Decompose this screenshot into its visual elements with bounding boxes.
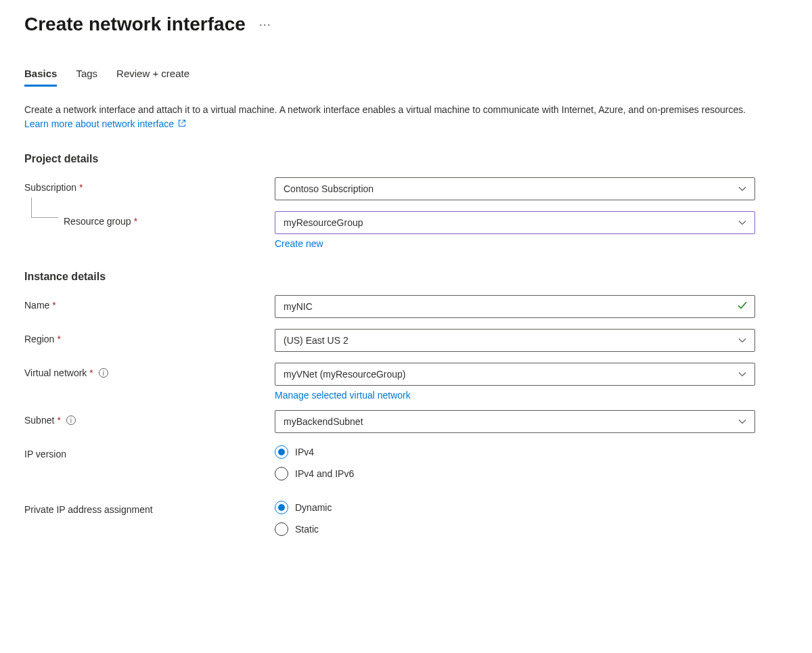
region-value: (US) East US 2 xyxy=(284,335,348,346)
required-marker: * xyxy=(79,182,83,193)
radio-label: IPv4 and IPv6 xyxy=(295,468,354,479)
more-icon[interactable]: ··· xyxy=(259,18,271,32)
subscription-label: Subscription * xyxy=(24,177,275,193)
private-ip-static-option[interactable]: Static xyxy=(275,522,755,536)
resource-group-label: Resource group * xyxy=(24,211,275,227)
name-input[interactable]: myNIC xyxy=(275,295,755,318)
subnet-select[interactable]: myBackendSubnet xyxy=(275,410,755,433)
chevron-down-icon xyxy=(738,219,746,227)
region-label: Region * xyxy=(24,329,275,344)
ip-version-ipv4-option[interactable]: IPv4 xyxy=(275,445,755,459)
private-ip-radio-group: Dynamic Static xyxy=(275,499,755,536)
name-label: Name * xyxy=(24,295,275,311)
tab-basics[interactable]: Basics xyxy=(24,68,57,87)
radio-label: Static xyxy=(295,524,319,535)
instance-details-title: Instance details xyxy=(24,271,788,283)
radio-icon xyxy=(275,501,288,514)
required-marker: * xyxy=(57,415,60,426)
subscription-value: Contoso Subscription xyxy=(284,183,374,194)
radio-label: IPv4 xyxy=(295,447,314,457)
resource-group-value: myResourceGroup xyxy=(284,217,363,228)
chevron-down-icon xyxy=(738,185,746,193)
required-marker: * xyxy=(52,300,55,311)
project-details-section: Project details Subscription * Contoso S… xyxy=(24,153,788,249)
private-ip-label: Private IP address assignment xyxy=(24,499,275,515)
resource-group-select[interactable]: myResourceGroup xyxy=(275,211,755,234)
description-text: Create a network interface and attach it… xyxy=(24,103,755,131)
tab-tags[interactable]: Tags xyxy=(76,68,97,87)
create-new-link[interactable]: Create new xyxy=(275,238,323,249)
manage-virtual-network-link[interactable]: Manage selected virtual network xyxy=(275,390,411,401)
info-icon[interactable]: i xyxy=(99,368,108,378)
radio-icon xyxy=(275,445,288,459)
private-ip-dynamic-option[interactable]: Dynamic xyxy=(275,501,755,514)
tab-review-create[interactable]: Review + create xyxy=(116,68,189,87)
subscription-select[interactable]: Contoso Subscription xyxy=(275,177,755,200)
indent-line-icon xyxy=(31,198,58,218)
virtual-network-value: myVNet (myResourceGroup) xyxy=(284,369,406,380)
radio-icon xyxy=(275,522,288,536)
ip-version-label: IP version xyxy=(24,444,275,459)
subnet-value: myBackendSubnet xyxy=(284,416,363,427)
learn-more-link[interactable]: Learn more about network interface xyxy=(24,118,186,129)
info-icon[interactable]: i xyxy=(66,415,76,425)
ip-version-radio-group: IPv4 IPv4 and IPv6 xyxy=(275,444,755,480)
page-title: Create network interface xyxy=(24,14,246,35)
region-select[interactable]: (US) East US 2 xyxy=(275,329,755,352)
ip-version-ipv4-ipv6-option[interactable]: IPv4 and IPv6 xyxy=(275,467,755,480)
virtual-network-label: Virtual network * i xyxy=(24,363,275,378)
radio-label: Dynamic xyxy=(295,502,332,513)
tabs: Basics Tags Review + create xyxy=(24,68,788,87)
required-marker: * xyxy=(89,367,93,378)
chevron-down-icon xyxy=(738,418,746,426)
instance-details-section: Instance details Name * myNIC Region * (… xyxy=(24,271,788,536)
external-link-icon xyxy=(178,120,186,129)
required-marker: * xyxy=(134,216,137,227)
subnet-label: Subnet * i xyxy=(24,410,275,426)
chevron-down-icon xyxy=(738,370,746,378)
virtual-network-select[interactable]: myVNet (myResourceGroup) xyxy=(275,363,755,386)
description-body: Create a network interface and attach it… xyxy=(24,104,746,115)
chevron-down-icon xyxy=(738,336,746,344)
name-value: myNIC xyxy=(284,301,313,312)
learn-more-text: Learn more about network interface xyxy=(24,118,174,129)
required-marker: * xyxy=(57,334,60,344)
check-icon xyxy=(737,300,748,313)
project-details-title: Project details xyxy=(24,153,788,165)
radio-icon xyxy=(275,467,288,480)
